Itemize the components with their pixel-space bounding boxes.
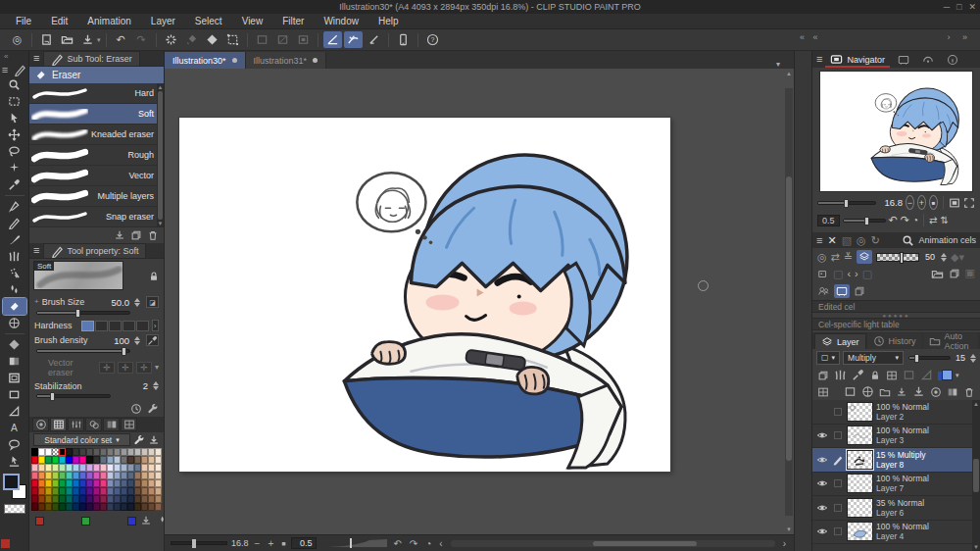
transfer-to-lower-layer-icon[interactable] (896, 386, 907, 398)
panel-menu-icon[interactable]: ≡ (816, 235, 822, 246)
color-swatch[interactable] (127, 495, 134, 503)
color-swatch[interactable] (79, 456, 86, 464)
color-swatch[interactable] (52, 448, 59, 456)
sub-tool-hard[interactable]: Hard (29, 83, 164, 104)
color-swatch[interactable] (100, 472, 107, 479)
nav-zoom-in-button[interactable]: + (917, 195, 926, 210)
panel-menu-icon[interactable]: ≡ (33, 245, 39, 256)
menu-file[interactable]: File (6, 14, 41, 29)
brush-size-stepper[interactable] (134, 298, 140, 307)
lock-transparent-pixels-icon[interactable] (886, 370, 898, 381)
zoom-in-icon[interactable]: + (266, 538, 275, 549)
onion-skin-icon[interactable]: ◎ (857, 235, 866, 246)
reference-layer-icon[interactable] (852, 369, 864, 381)
color-swatch[interactable] (127, 448, 134, 456)
tablet-mode-button[interactable] (394, 31, 413, 48)
color-swatch[interactable] (93, 495, 100, 503)
color-swatch[interactable] (107, 464, 114, 472)
tab-item-bank[interactable] (917, 52, 939, 68)
layer-checkbox[interactable] (832, 431, 844, 439)
menu-view[interactable]: View (232, 14, 273, 29)
flip-cels-icon[interactable]: ⇄ (831, 252, 840, 263)
tool-operation[interactable] (3, 110, 26, 126)
reset-rotation-icon[interactable]: ◔ (423, 538, 433, 549)
menu-filter[interactable]: Filter (272, 14, 314, 29)
panel-menu-icon[interactable]: ≡ (816, 54, 822, 65)
zoom-out-icon[interactable]: − (253, 538, 263, 549)
lock-icon[interactable] (148, 271, 160, 282)
tool-zoom[interactable] (3, 76, 26, 93)
hardness-expand-button[interactable]: › (152, 320, 159, 331)
color-swatch[interactable] (127, 503, 134, 511)
brush-size-value[interactable]: 50.0 (112, 297, 130, 308)
tool-airbrush[interactable] (3, 265, 26, 281)
color-swatch[interactable] (59, 487, 66, 495)
color-swatch[interactable] (79, 472, 86, 479)
color-swatch[interactable] (52, 487, 59, 495)
color-swatch[interactable] (93, 479, 100, 487)
brush-history-icon[interactable] (130, 403, 142, 415)
split-panel-icon[interactable] (817, 386, 829, 398)
rotate-ccw-icon[interactable]: ↶ (391, 538, 403, 549)
tool-auto-select[interactable] (3, 160, 26, 176)
folder-icon[interactable] (931, 268, 944, 280)
collapse-left-panel-icon[interactable]: « (0, 51, 8, 63)
color-swatch[interactable] (114, 479, 121, 487)
color-swatch[interactable] (127, 472, 134, 479)
sub-tool-multiple-layers[interactable]: Multiple layers (29, 186, 164, 207)
vector-erase-intersection-button[interactable]: ✛ (118, 362, 133, 374)
tab-color-mixer[interactable] (85, 418, 102, 431)
color-swatch[interactable] (52, 472, 59, 479)
brush-size-slider[interactable] (36, 311, 130, 315)
chevron-down-icon[interactable]: ▾ (155, 364, 159, 372)
tab-color-set[interactable] (50, 418, 67, 431)
create-layer-mask-icon[interactable] (930, 386, 942, 398)
menu-window[interactable]: Window (314, 14, 368, 29)
onion-prev-icon[interactable]: ≚ (844, 252, 853, 263)
zoom-slider[interactable] (171, 541, 227, 545)
color-swatch[interactable] (127, 464, 134, 472)
layer-editing-icon[interactable] (832, 454, 844, 466)
export-color-icon[interactable] (140, 515, 152, 527)
ruler-range-icon[interactable] (920, 369, 933, 381)
snap-to-ruler-button[interactable] (323, 31, 342, 48)
color-swatch[interactable] (38, 503, 45, 511)
color-swatch[interactable] (45, 472, 52, 479)
history-color-swatch[interactable] (127, 517, 136, 526)
vector-erase-whole-button[interactable]: ✛ (136, 362, 152, 374)
color-swatch[interactable] (141, 479, 148, 487)
processing-button[interactable] (162, 31, 180, 48)
help-button[interactable]: ? (423, 31, 442, 48)
layer-list-scrollbar[interactable]: ▲▼ (972, 400, 980, 551)
close-icon[interactable]: ✕ (827, 235, 836, 246)
color-swatch[interactable] (73, 479, 79, 487)
color-swatch[interactable] (79, 479, 86, 487)
selection-rect-button[interactable] (253, 31, 271, 48)
flip-vertical-icon[interactable]: ⇅ (940, 216, 948, 225)
copy-cel-icon[interactable] (854, 285, 865, 297)
navigator-zoom-slider[interactable] (817, 201, 876, 205)
color-swatch[interactable] (52, 456, 59, 464)
brush-density-slider[interactable] (36, 349, 130, 353)
layer-thumbnail[interactable] (847, 402, 873, 422)
sub-tool-vector[interactable]: Vector (29, 166, 164, 186)
tab-information[interactable] (942, 52, 963, 68)
color-swatch[interactable] (107, 472, 114, 479)
color-swatch[interactable] (148, 464, 155, 472)
layer-thumbnail[interactable] (847, 450, 873, 470)
menu-help[interactable]: Help (368, 14, 409, 29)
color-swatch[interactable] (66, 448, 73, 456)
color-swatch[interactable] (45, 495, 52, 503)
layer-visibility-icon[interactable] (815, 477, 829, 489)
stabilization-slider[interactable] (36, 394, 111, 398)
tool-eraser[interactable] (3, 298, 26, 315)
selection-border-button[interactable] (294, 31, 313, 48)
tool-brush[interactable] (3, 231, 26, 248)
previous-cel-icon[interactable]: ‹ (847, 269, 851, 279)
merge-to-lower-layer-icon[interactable] (912, 385, 925, 398)
tool-property-tab[interactable]: Tool property: Soft (43, 243, 146, 258)
sub-tool-kneaded-eraser[interactable]: Kneaded eraser (29, 125, 164, 145)
layer-checkbox[interactable] (832, 479, 844, 487)
crop-canvas-button[interactable] (223, 31, 242, 48)
set-as-ruler-icon[interactable] (834, 369, 847, 381)
